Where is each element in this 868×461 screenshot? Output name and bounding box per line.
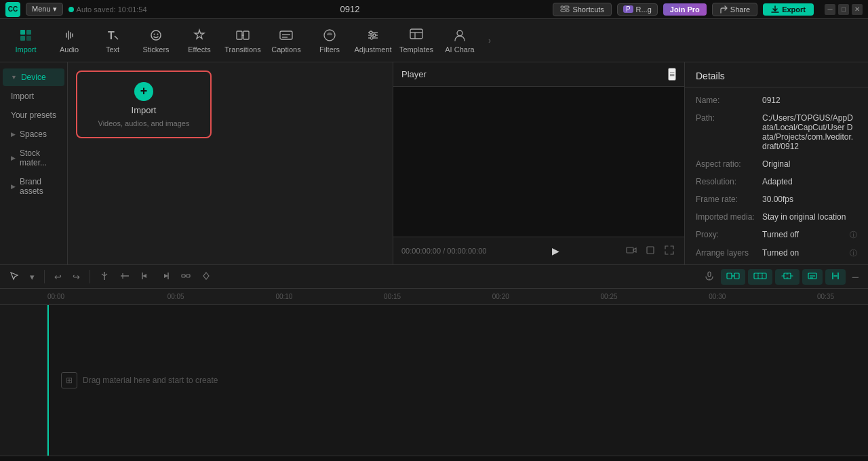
toolbar-captions[interactable]: Captions [266,22,307,60]
ruler-mark-4: 00:20 [492,293,509,300]
imported-media-value: Stay in original location [762,212,857,222]
join-pro-button[interactable]: Join Pro [663,3,707,16]
redo-button[interactable]: ↪ [68,269,84,285]
mark-out-icon [161,271,170,281]
toolbar-transitions[interactable]: Transitions [222,22,263,60]
crop-button[interactable] [644,243,657,259]
player-menu-button[interactable]: ≡ [668,68,676,81]
svg-rect-41 [708,272,711,277]
subtitle-button[interactable] [802,269,823,285]
resolution-value: Adapted [762,177,857,186]
clip-join-icon [726,271,740,281]
snap-button[interactable] [825,269,846,285]
menu-button[interactable]: Menu ▾ [26,3,63,16]
details-title: Details [685,62,868,87]
play-button[interactable]: ▶ [547,243,564,259]
toolbar-effects[interactable]: Effects [179,22,220,60]
drag-hint-icon: ⊞ [61,372,77,388]
clip-trim-button[interactable] [748,269,772,285]
toolbar-import[interactable]: Import [5,22,46,60]
toolbar-audio[interactable]: Audio [49,22,90,60]
templates-icon [409,28,424,43]
trim-button[interactable] [116,268,134,285]
select-dropdown-button[interactable]: ▾ [26,269,39,285]
camera-icon [626,245,637,256]
share-button[interactable]: Share [712,3,757,16]
snap-icon [831,271,840,281]
mark-out-button[interactable] [157,268,174,285]
detail-framerate-row: Frame rate: 30.00fps [696,195,857,204]
sidebar-item-your-presets[interactable]: Your presets [3,106,64,124]
shortcuts-icon [560,5,570,14]
detail-resolution-row: Resolution: Adapted [696,177,857,186]
svg-point-10 [151,31,161,40]
svg-rect-3 [566,9,569,12]
split-button[interactable] [96,268,113,285]
zoom-out-button[interactable]: ─ [848,269,863,285]
svg-rect-1 [564,6,569,8]
svg-text:T: T [108,30,115,41]
sidebar-item-spaces[interactable]: ▶ Spaces [3,125,64,143]
toolbar-separator-1 [44,270,45,283]
toolbar-more[interactable]: › [483,22,496,60]
pro-badge: P R...g [617,3,658,16]
sidebar-item-import[interactable]: Import [3,87,64,105]
device-arrow: ▼ [11,74,17,81]
toolbar-stickers[interactable]: Stickers [136,22,176,60]
delete-gap-button[interactable] [177,268,195,285]
microphone-button[interactable] [701,268,718,285]
player-screen [393,87,684,237]
svg-rect-15 [280,31,292,39]
export-button[interactable]: Export [763,3,814,16]
ruler-mark-5: 00:25 [601,293,618,300]
undo-button[interactable]: ↩ [50,269,66,285]
camera-button[interactable] [625,243,638,259]
sidebar-item-brand-assets[interactable]: ▶ Brand assets [3,173,64,200]
svg-rect-25 [410,29,422,39]
proxy-info-icon[interactable]: ⓘ [850,230,857,240]
toolbar-ai-chara[interactable]: AI Chara [439,22,480,60]
timeline-tracks[interactable]: ⊞ Drag material here and start to create [47,305,868,456]
toolbar-filters[interactable]: Filters [309,22,350,60]
details-body: Name: 0912 Path: C:/Users/TOPGUS/AppData… [685,87,868,264]
svg-rect-6 [20,36,25,41]
sidebar-item-stock-material[interactable]: ▶ Stock mater... [3,144,64,172]
svg-point-28 [457,31,462,36]
import-icon [18,28,33,43]
arrange-layers-info-icon[interactable]: ⓘ [850,248,857,258]
mark-in-button[interactable] [136,268,154,285]
microphone-icon [705,271,714,281]
close-button[interactable]: ✕ [852,4,863,15]
restore-button[interactable]: □ [838,4,849,15]
import-dropzone[interactable]: + Import Videos, audios, and images [76,71,212,138]
top-bar: CC Menu ▾ Auto saved: 10:01:54 0912 Shor… [0,0,868,19]
timeline-track-labels [0,305,47,456]
selection-tool-button[interactable] [5,268,23,285]
toolbar-text[interactable]: T Text [92,22,133,60]
fullscreen-button[interactable] [663,243,676,259]
svg-point-22 [370,31,372,34]
toolbar-templates[interactable]: Templates [396,22,437,60]
sidebar-item-device[interactable]: ▼ Device [3,68,64,86]
frame-rate-label: Frame rate: [696,195,757,204]
audio-unlink-button[interactable] [775,269,800,285]
minimize-button[interactable]: ─ [825,4,835,15]
clip-join-button[interactable] [721,269,745,285]
path-label: Path: [696,113,757,123]
ruler-mark-6: 00:30 [709,293,726,300]
shortcuts-button[interactable]: Shortcuts [553,3,611,16]
keyframe-icon [201,271,211,281]
name-value: 0912 [762,96,857,105]
trim-icon [120,271,130,281]
logo-icon: CC [5,2,20,17]
detail-proxy-row: Proxy: Turned off ⓘ [696,230,857,240]
svg-rect-46 [754,273,766,279]
transitions-icon [235,28,250,43]
player-header: Player ≡ [393,62,684,87]
bottom-toolbar-right: ─ [701,268,863,285]
svg-rect-7 [26,36,31,41]
svg-rect-2 [561,9,566,12]
toolbar-adjustment[interactable]: Adjustment [353,22,393,60]
add-keyframe-button[interactable] [197,268,215,285]
horizontal-scrollbar[interactable] [0,456,868,461]
